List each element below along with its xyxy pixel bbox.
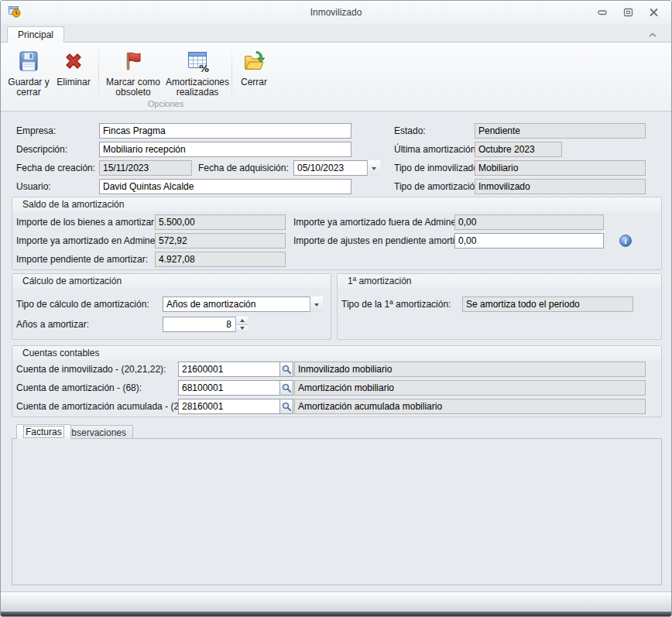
- window-bottom-edge: [1, 612, 671, 617]
- usuario-input[interactable]: [99, 179, 351, 194]
- importe-amortizado-adminet-value: 572,92: [155, 233, 286, 249]
- cuenta-amortizacion-lookup-button[interactable]: [279, 380, 293, 396]
- search-icon: [282, 383, 292, 393]
- ribbon: Guardar y cerrar Eliminar Marcar como ob…: [1, 42, 671, 111]
- svg-text:%: %: [199, 63, 209, 74]
- tipo-primera-amortizacion-value: Se amortiza todo el periodo: [462, 297, 633, 312]
- cuenta-inmovilizado-desc: Inmovilizado mobiliario: [294, 362, 646, 377]
- tipo-primera-amortizacion-label: Tipo de la 1ª amortización:: [341, 299, 451, 310]
- fecha-adquisicion-picker: [293, 160, 380, 176]
- cuenta-amortizacion-acumulada-desc: Amortización acumulada mobiliario: [294, 399, 646, 414]
- guardar-cerrar-button[interactable]: Guardar y cerrar: [7, 45, 50, 107]
- tab-facturas[interactable]: Facturas: [16, 424, 71, 439]
- cerrar-button[interactable]: Cerrar: [235, 45, 273, 107]
- restore-button[interactable]: [622, 8, 633, 17]
- close-icon: [649, 8, 659, 17]
- tipo-inmovilizado-label: Tipo de inmovilizado:: [394, 163, 481, 173]
- ultima-amortizacion-label: Última amortización:: [394, 144, 478, 155]
- marcar-obsoleto-label: Marcar como obsoleto: [101, 77, 165, 98]
- tipo-calculo-dropdown-button[interactable]: [310, 297, 323, 312]
- importe-ajustes-label: Importe de ajustes en pendiente amortiza…: [293, 235, 470, 246]
- chevron-down-icon: [240, 327, 245, 332]
- collapse-ribbon-button[interactable]: [648, 29, 657, 40]
- importe-amortizado-adminet-label: Importe ya amortizado en Adminet:: [16, 235, 160, 246]
- tipo-calculo-combo: [163, 297, 323, 312]
- cuenta-amortizacion-input[interactable]: [178, 380, 280, 396]
- tipo-inmovilizado-value: Mobiliario: [475, 160, 646, 176]
- ribbon-separator: [231, 46, 232, 106]
- chevron-up-icon: [240, 317, 245, 322]
- descripcion-input[interactable]: [99, 142, 351, 157]
- info-icon[interactable]: i: [619, 235, 632, 247]
- chevron-down-icon: [314, 303, 319, 309]
- importe-pendiente-label: Importe pendiente de amortizar:: [16, 254, 148, 265]
- fecha-creacion-value: 15/11/2023: [99, 160, 192, 176]
- titlebar: Inmovilizado: [1, 1, 671, 24]
- minimize-button[interactable]: [597, 8, 608, 17]
- percent-table-icon: %: [185, 49, 210, 74]
- cuenta-inmovilizado-input[interactable]: [178, 362, 280, 377]
- cuenta-amortizacion-label: Cuenta de amortización - (68):: [16, 382, 142, 393]
- estado-value: Pendiente: [475, 123, 646, 139]
- cuenta-amortizacion-acumulada-input[interactable]: [178, 399, 280, 414]
- descripcion-label: Descripción:: [16, 144, 67, 155]
- amortizaciones-realizadas-button[interactable]: % Amortizaciones realizadas: [165, 45, 230, 107]
- info-glyph: i: [624, 236, 626, 245]
- importe-fuera-adminet-value: 0,00: [454, 214, 604, 230]
- minimize-icon: [598, 8, 608, 17]
- importe-ajustes-input[interactable]: [454, 233, 604, 249]
- ribbon-tab-principal[interactable]: Principal: [7, 26, 64, 43]
- eliminar-label: Eliminar: [57, 77, 90, 87]
- ultima-amortizacion-value: Octubre 2023: [475, 142, 562, 157]
- ribbon-group-caption: Opciones: [100, 99, 231, 111]
- cerrar-label: Cerrar: [241, 77, 267, 87]
- search-icon: [282, 365, 292, 375]
- close-folder-icon: [242, 49, 266, 74]
- ribbon-separator: [98, 46, 99, 106]
- window-title: Inmovilizado: [1, 7, 671, 18]
- cuenta-inmovilizado-label: Cuenta de inmovilizado - (20,21,22):: [16, 364, 166, 375]
- delete-icon: [61, 49, 86, 74]
- importe-pendiente-value: 4.927,08: [155, 252, 286, 267]
- inmovilizado-window: Inmovilizado Principal: [0, 0, 672, 617]
- tipo-calculo-input[interactable]: [163, 297, 323, 312]
- search-icon: [282, 402, 292, 412]
- tab-facturas-label: Facturas: [23, 426, 64, 438]
- cuenta-inmovilizado-lookup-button[interactable]: [279, 362, 293, 377]
- fecha-creacion-label: Fecha de creación:: [16, 163, 95, 173]
- cuenta-amortizacion-acumulada-label: Cuenta de amortización acumulada - (28):: [16, 401, 190, 412]
- close-button[interactable]: [648, 8, 659, 17]
- cuenta-amortizacion-desc: Amortización mobiliario: [294, 380, 646, 396]
- chevron-up-icon: [648, 32, 657, 38]
- anos-amortizar-spinner: [163, 317, 248, 332]
- flag-icon: [121, 49, 146, 74]
- cuentas-group-title: Cuentas contables: [12, 346, 661, 360]
- calculo-group-title: Cálculo de amortización: [12, 274, 331, 288]
- status-bar: [1, 591, 671, 612]
- facturas-tab-panel: [12, 438, 662, 585]
- tipo-amortizacion-label: Tipo de amortización:: [394, 181, 482, 192]
- eliminar-button[interactable]: Eliminar: [52, 45, 95, 107]
- importe-bienes-label: Importe de los bienes a amortizar:: [16, 217, 156, 228]
- empresa-input[interactable]: [99, 123, 351, 139]
- restore-icon: [623, 8, 633, 17]
- amortizaciones-realizadas-label: Amortizaciones realizadas: [165, 77, 230, 98]
- guardar-cerrar-label: Guardar y cerrar: [7, 77, 50, 98]
- chevron-down-icon: [372, 167, 376, 173]
- estado-label: Estado:: [394, 125, 426, 136]
- anos-amortizar-label: Años a amortizar:: [16, 319, 89, 330]
- saldo-group-title: Saldo de la amortización: [12, 197, 661, 211]
- primera-amortizacion-title: 1ª amortización: [338, 274, 661, 288]
- fecha-adquisicion-dropdown-button[interactable]: [367, 160, 380, 176]
- empresa-label: Empresa:: [16, 125, 56, 136]
- spinner-up-button[interactable]: [236, 317, 248, 324]
- tab-observaciones-label: Observaciones: [64, 427, 126, 438]
- usuario-label: Usuario:: [16, 181, 51, 192]
- importe-bienes-value: 5.500,00: [155, 214, 286, 230]
- marcar-obsoleto-button[interactable]: Marcar como obsoleto: [101, 45, 165, 107]
- spinner-down-button[interactable]: [236, 324, 248, 333]
- importe-fuera-adminet-label: Importe ya amortizado fuera de Adminet:: [293, 217, 461, 228]
- tipo-amortizacion-value: Inmovilizado: [475, 179, 646, 194]
- fecha-adquisicion-label: Fecha de adquisición:: [198, 163, 289, 173]
- cuenta-amortizacion-acumulada-lookup-button[interactable]: [279, 399, 293, 414]
